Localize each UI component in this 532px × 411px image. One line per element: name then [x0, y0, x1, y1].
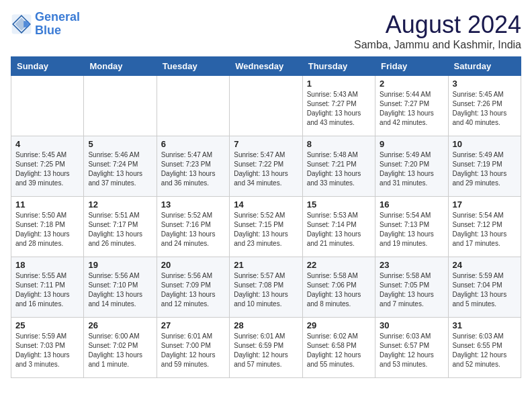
calendar-cell: 17Sunrise: 5:54 AM Sunset: 7:12 PM Dayli…	[448, 197, 521, 257]
day-number: 24	[453, 260, 517, 270]
weekday-header: Sunday	[11, 57, 84, 76]
logo: General Blue	[11, 11, 80, 38]
day-number: 27	[161, 320, 225, 330]
calendar-header: SundayMondayTuesdayWednesdayThursdayFrid…	[11, 57, 521, 76]
calendar-cell: 7Sunrise: 5:47 AM Sunset: 7:22 PM Daylig…	[230, 136, 302, 197]
day-number: 26	[88, 320, 152, 330]
day-info: Sunrise: 5:59 AM Sunset: 7:03 PM Dayligh…	[15, 332, 79, 369]
day-info: Sunrise: 6:01 AM Sunset: 7:00 PM Dayligh…	[161, 332, 225, 369]
calendar-cell: 26Sunrise: 6:00 AM Sunset: 7:02 PM Dayli…	[84, 318, 157, 378]
day-number: 1	[307, 79, 371, 89]
calendar-cell: 1Sunrise: 5:43 AM Sunset: 7:27 PM Daylig…	[302, 76, 375, 136]
day-number: 21	[234, 260, 298, 270]
day-number: 13	[161, 199, 225, 210]
day-number: 10	[453, 139, 517, 149]
weekday-header: Thursday	[302, 57, 375, 76]
calendar-cell: 28Sunrise: 6:01 AM Sunset: 6:59 PM Dayli…	[230, 318, 302, 378]
day-info: Sunrise: 5:58 AM Sunset: 7:06 PM Dayligh…	[307, 271, 371, 309]
day-info: Sunrise: 5:49 AM Sunset: 7:19 PM Dayligh…	[453, 150, 517, 188]
day-number: 29	[307, 320, 371, 330]
calendar-week: 11Sunrise: 5:50 AM Sunset: 7:18 PM Dayli…	[11, 197, 521, 257]
calendar-cell: 2Sunrise: 5:44 AM Sunset: 7:27 PM Daylig…	[375, 76, 448, 136]
calendar-cell: 14Sunrise: 5:52 AM Sunset: 7:15 PM Dayli…	[230, 197, 302, 257]
calendar-cell: 13Sunrise: 5:52 AM Sunset: 7:16 PM Dayli…	[157, 197, 229, 257]
day-number: 31	[453, 320, 517, 330]
calendar-week: 25Sunrise: 5:59 AM Sunset: 7:03 PM Dayli…	[11, 318, 521, 378]
calendar-cell: 6Sunrise: 5:47 AM Sunset: 7:23 PM Daylig…	[157, 136, 229, 197]
day-info: Sunrise: 5:54 AM Sunset: 7:13 PM Dayligh…	[380, 211, 443, 248]
calendar-cell	[84, 76, 157, 136]
day-number: 12	[88, 199, 152, 210]
calendar-cell: 9Sunrise: 5:49 AM Sunset: 7:20 PM Daylig…	[375, 136, 448, 197]
day-info: Sunrise: 5:52 AM Sunset: 7:16 PM Dayligh…	[161, 211, 225, 248]
day-info: Sunrise: 5:56 AM Sunset: 7:09 PM Dayligh…	[161, 271, 225, 309]
day-number: 2	[380, 79, 443, 89]
title-block: August 2024 Samba, Jammu and Kashmir, In…	[354, 11, 521, 51]
day-number: 5	[88, 139, 152, 149]
day-info: Sunrise: 5:47 AM Sunset: 7:22 PM Dayligh…	[234, 150, 298, 188]
weekday-header: Friday	[375, 57, 448, 76]
day-info: Sunrise: 5:44 AM Sunset: 7:27 PM Dayligh…	[380, 90, 443, 128]
day-info: Sunrise: 6:02 AM Sunset: 6:58 PM Dayligh…	[307, 332, 371, 369]
location-subtitle: Samba, Jammu and Kashmir, India	[354, 39, 521, 51]
day-info: Sunrise: 5:45 AM Sunset: 7:26 PM Dayligh…	[453, 90, 517, 128]
day-info: Sunrise: 5:54 AM Sunset: 7:12 PM Dayligh…	[453, 211, 517, 248]
calendar-cell: 30Sunrise: 6:03 AM Sunset: 6:57 PM Dayli…	[375, 318, 448, 378]
day-number: 28	[234, 320, 298, 330]
weekday-header: Monday	[84, 57, 157, 76]
day-number: 7	[234, 139, 298, 149]
day-info: Sunrise: 5:53 AM Sunset: 7:14 PM Dayligh…	[307, 211, 371, 248]
calendar-cell: 21Sunrise: 5:57 AM Sunset: 7:08 PM Dayli…	[230, 257, 302, 318]
calendar-cell: 4Sunrise: 5:45 AM Sunset: 7:25 PM Daylig…	[11, 136, 84, 197]
day-number: 4	[15, 139, 79, 149]
day-info: Sunrise: 5:43 AM Sunset: 7:27 PM Dayligh…	[307, 90, 371, 128]
day-info: Sunrise: 5:48 AM Sunset: 7:21 PM Dayligh…	[307, 150, 371, 188]
day-number: 14	[234, 199, 298, 210]
calendar-cell: 31Sunrise: 6:03 AM Sunset: 6:55 PM Dayli…	[448, 318, 521, 378]
day-number: 22	[307, 260, 371, 270]
day-number: 20	[161, 260, 225, 270]
calendar-cell: 24Sunrise: 5:59 AM Sunset: 7:04 PM Dayli…	[448, 257, 521, 318]
day-info: Sunrise: 5:57 AM Sunset: 7:08 PM Dayligh…	[234, 271, 298, 309]
day-number: 18	[15, 260, 79, 270]
calendar-cell	[157, 76, 229, 136]
day-info: Sunrise: 6:03 AM Sunset: 6:57 PM Dayligh…	[380, 332, 443, 369]
day-number: 6	[161, 139, 225, 149]
calendar-cell: 15Sunrise: 5:53 AM Sunset: 7:14 PM Dayli…	[302, 197, 375, 257]
day-info: Sunrise: 5:47 AM Sunset: 7:23 PM Dayligh…	[161, 150, 225, 188]
month-title: August 2024	[354, 11, 521, 39]
calendar-cell: 18Sunrise: 5:55 AM Sunset: 7:11 PM Dayli…	[11, 257, 84, 318]
calendar-cell: 22Sunrise: 5:58 AM Sunset: 7:06 PM Dayli…	[302, 257, 375, 318]
calendar-cell: 3Sunrise: 5:45 AM Sunset: 7:26 PM Daylig…	[448, 76, 521, 136]
day-info: Sunrise: 5:50 AM Sunset: 7:18 PM Dayligh…	[15, 211, 79, 248]
calendar-cell: 5Sunrise: 5:46 AM Sunset: 7:24 PM Daylig…	[84, 136, 157, 197]
day-info: Sunrise: 5:58 AM Sunset: 7:05 PM Dayligh…	[380, 271, 443, 309]
calendar-week: 1Sunrise: 5:43 AM Sunset: 7:27 PM Daylig…	[11, 76, 521, 136]
calendar-cell: 23Sunrise: 5:58 AM Sunset: 7:05 PM Dayli…	[375, 257, 448, 318]
calendar-cell: 11Sunrise: 5:50 AM Sunset: 7:18 PM Dayli…	[11, 197, 84, 257]
calendar-cell: 29Sunrise: 6:02 AM Sunset: 6:58 PM Dayli…	[302, 318, 375, 378]
calendar-cell: 12Sunrise: 5:51 AM Sunset: 7:17 PM Dayli…	[84, 197, 157, 257]
day-info: Sunrise: 5:55 AM Sunset: 7:11 PM Dayligh…	[15, 271, 79, 309]
page-header: General Blue August 2024 Samba, Jammu an…	[11, 11, 521, 51]
calendar-cell: 8Sunrise: 5:48 AM Sunset: 7:21 PM Daylig…	[302, 136, 375, 197]
day-number: 8	[307, 139, 371, 149]
weekday-header: Wednesday	[230, 57, 302, 76]
logo-text: General Blue	[35, 11, 80, 38]
day-number: 30	[380, 320, 443, 330]
day-info: Sunrise: 5:56 AM Sunset: 7:10 PM Dayligh…	[88, 271, 152, 309]
day-info: Sunrise: 5:46 AM Sunset: 7:24 PM Dayligh…	[88, 150, 152, 188]
day-number: 15	[307, 199, 371, 210]
calendar-cell: 20Sunrise: 5:56 AM Sunset: 7:09 PM Dayli…	[157, 257, 229, 318]
weekday-header: Saturday	[448, 57, 521, 76]
day-number: 3	[453, 79, 517, 89]
day-info: Sunrise: 5:49 AM Sunset: 7:20 PM Dayligh…	[380, 150, 443, 188]
weekday-header: Tuesday	[157, 57, 229, 76]
day-info: Sunrise: 5:51 AM Sunset: 7:17 PM Dayligh…	[88, 211, 152, 248]
calendar-cell: 19Sunrise: 5:56 AM Sunset: 7:10 PM Dayli…	[84, 257, 157, 318]
calendar-table: SundayMondayTuesdayWednesdayThursdayFrid…	[11, 56, 521, 378]
calendar-cell: 27Sunrise: 6:01 AM Sunset: 7:00 PM Dayli…	[157, 318, 229, 378]
day-number: 11	[15, 199, 79, 210]
day-number: 16	[380, 199, 443, 210]
day-number: 25	[15, 320, 79, 330]
